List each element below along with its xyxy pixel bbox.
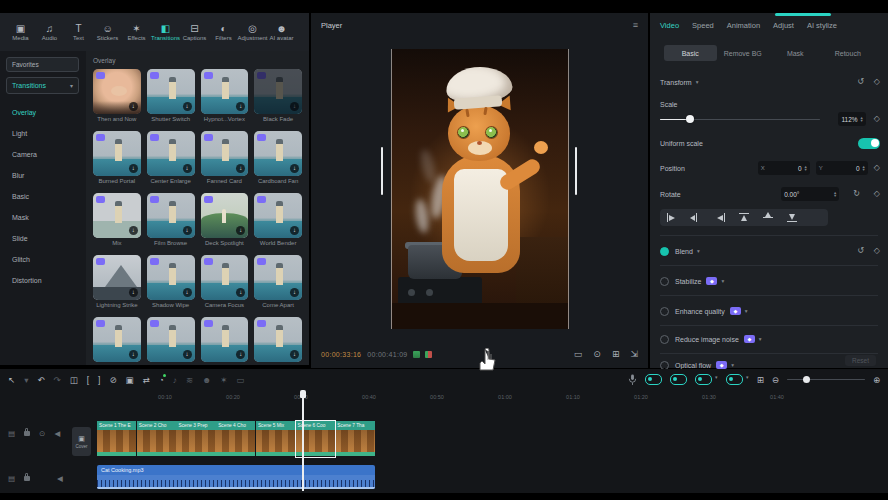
reduce-noise-checkbox[interactable] [660,335,669,344]
align-left-icon[interactable] [666,212,678,223]
playhead-handle[interactable] [300,390,306,398]
crop-icon[interactable]: ▣ [126,375,134,385]
crop-handle-right[interactable] [575,147,577,195]
toolbar-item[interactable]: ♫ Audio [35,23,64,41]
video-preview[interactable] [391,49,569,329]
download-icon[interactable]: ↓ [290,102,299,111]
toolbar-item[interactable]: ⊟ Captions [180,23,209,41]
align-right-icon[interactable] [714,212,726,223]
download-icon[interactable]: ↓ [290,350,299,359]
download-icon[interactable]: ↓ [129,226,138,235]
keyframe-icon[interactable]: ◇ [874,114,880,124]
snapshot-icon[interactable]: ⊙ [593,349,601,359]
audio-wave-icon[interactable]: ♪ [173,375,177,385]
video-clip[interactable]: Scene 4 Cho [216,421,255,457]
track-options-icon[interactable]: ▤ [8,474,15,483]
inspector-subtab[interactable]: Remove BG [717,45,770,61]
trim-left-icon[interactable]: [ [87,375,89,385]
inspector-tab[interactable]: Adjust [773,21,794,30]
download-icon[interactable]: ↓ [129,164,138,173]
uniform-scale-toggle[interactable] [858,138,880,149]
transition-item[interactable]: ↓ World Bender [254,193,302,252]
align-center-h-icon[interactable] [690,212,702,223]
inspector-subtab[interactable]: Mask [769,45,822,61]
download-icon[interactable]: ↓ [183,350,192,359]
player-menu-icon[interactable]: ≡ [633,20,638,30]
transition-item[interactable]: ↓ Burned Portal [93,131,141,190]
transition-item[interactable]: ↓ Black Fade [254,69,302,128]
download-icon[interactable]: ↓ [183,164,192,173]
avatar-icon[interactable]: ☻ [202,375,211,385]
chevron-down-icon[interactable]: ▾ [745,308,748,314]
scale-slider[interactable] [660,114,820,124]
scale-stepper[interactable]: ▴ ▾ [861,116,863,123]
download-icon[interactable]: ↓ [183,226,192,235]
keyframe-icon[interactable]: ◇ [874,77,880,87]
align-top-icon[interactable] [738,212,750,223]
transition-item[interactable]: ↓ Then and Now [93,69,141,128]
sidebar-item[interactable]: Glitch [6,249,79,270]
voice-icon[interactable]: ≋ [186,375,193,385]
download-icon[interactable]: ↓ [290,226,299,235]
auto-ripple-icon[interactable] [726,374,743,385]
transition-item[interactable]: ↓ Hypnot...Vortex [201,69,249,128]
transition-item[interactable]: ↓ Lightning Strike [93,255,141,314]
select-caret-icon[interactable]: ▾ [24,375,28,385]
transition-item[interactable]: ↓ Shadow Wipe [147,255,195,314]
stabilize-checkbox[interactable] [660,277,669,286]
sidebar-item[interactable]: Blur [6,165,79,186]
chevron-down-icon[interactable]: ▾ [697,248,700,254]
video-clip[interactable]: Scene 3 Prep [176,421,215,457]
fullscreen-icon[interactable]: ⇲ [630,349,638,359]
align-center-v-icon[interactable] [762,212,774,223]
inspector-tab[interactable]: Animation [727,21,760,30]
track-options-icon[interactable]: ▤ [8,429,15,438]
sidebar-item[interactable]: Light [6,123,79,144]
download-icon[interactable]: ↓ [290,288,299,297]
sidebar-item[interactable]: Overlay [6,102,79,123]
video-clip[interactable]: Scene 7 Tha [335,421,374,457]
undo-icon[interactable]: ↶ [37,375,44,385]
magic-icon[interactable]: ✶ [220,375,227,385]
inspector-subtab[interactable]: Retouch [822,45,875,61]
download-icon[interactable]: ↓ [129,102,138,111]
transition-item[interactable]: ↓ Deck Spotlight [201,193,249,252]
sidebar-item[interactable]: Slide [6,228,79,249]
video-clip[interactable]: Scene 2 Cho [137,421,176,457]
transition-item[interactable]: ↓ [201,317,249,365]
transition-item[interactable]: ↓ Film Browse [147,193,195,252]
zoom-out-icon[interactable]: ⊖ [772,375,779,385]
sidebar-item[interactable]: Distortion [6,270,79,291]
rotate-value-box[interactable]: 0.00° ▴▾ [781,187,839,201]
favorites-button[interactable]: Favorites [6,57,79,72]
mic-icon[interactable] [628,374,637,386]
toolbar-item[interactable]: ◐ Filters [209,23,238,41]
transition-item[interactable]: ↓ Mix [93,193,141,252]
slider-handle[interactable] [686,115,694,123]
inspector-tab[interactable]: Speed [692,21,714,30]
toolbar-item[interactable]: ▣ Media [6,23,35,41]
ratio-icon[interactable]: ▭ [574,349,583,359]
lock-icon[interactable] [24,476,30,481]
toolbar-item[interactable]: ◧ Transitions [151,23,180,41]
step-down-icon[interactable]: ▾ [861,119,863,123]
lock-icon[interactable] [24,431,30,436]
chevron-down-icon[interactable]: ▾ [721,278,724,284]
split-icon[interactable]: ◫ [70,375,78,385]
scale-value-box[interactable]: 112% ▴ ▾ [838,112,865,126]
speed-icon[interactable]: ◔ [159,375,164,385]
transition-item[interactable]: ↓ Cardboard Fan [254,131,302,190]
keyframe-icon[interactable]: ◇ [874,189,880,199]
toolbar-item[interactable]: ☺ Stickers [93,23,122,41]
sidebar-item[interactable]: Mask [6,207,79,228]
mute-track-icon[interactable]: ◀ [57,474,63,483]
toolbar-item[interactable]: ✶ Effects [122,23,151,41]
transition-item[interactable]: ↓ [254,317,302,365]
zoom-slider-handle[interactable] [803,376,810,383]
align-bottom-icon[interactable] [786,212,798,223]
video-clip[interactable]: Scene 1 The E [97,421,136,457]
download-icon[interactable]: ↓ [183,102,192,111]
redo-icon[interactable]: ↷ [54,375,61,385]
inspector-tab[interactable]: Video [660,21,679,30]
timeline-zoom-slider[interactable] [787,379,865,381]
